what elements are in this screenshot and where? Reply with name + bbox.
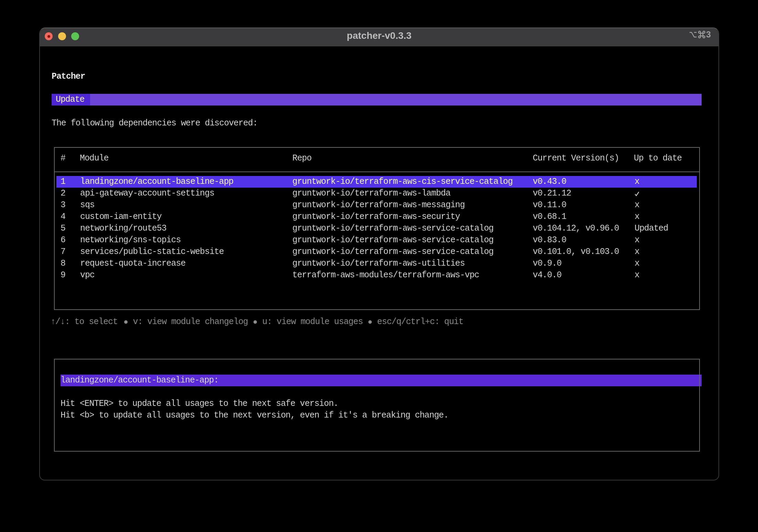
svg-text:3: 3 xyxy=(706,30,711,39)
